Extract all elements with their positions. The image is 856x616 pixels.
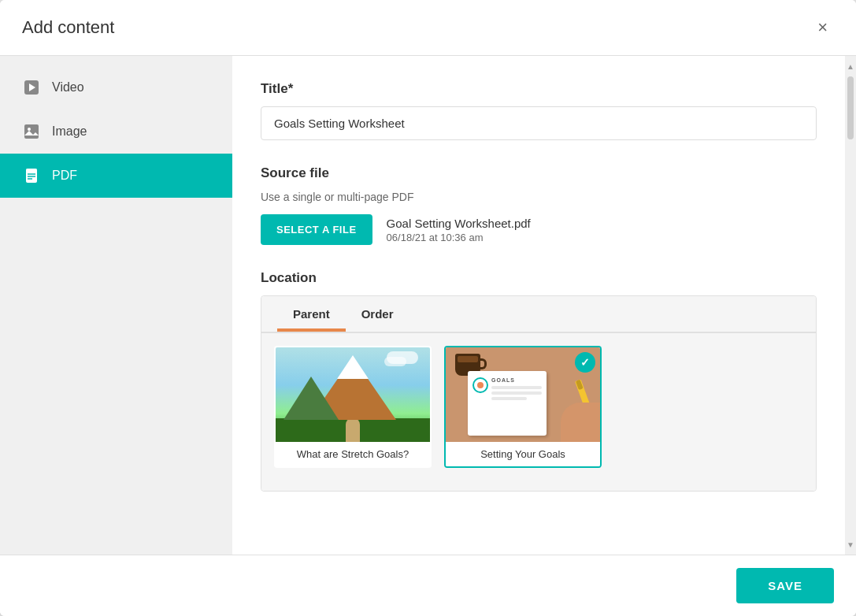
title-input[interactable]: [261, 106, 817, 140]
svg-point-3: [28, 128, 31, 131]
source-section: Source file Use a single or multi-page P…: [261, 165, 817, 245]
location-content: What are Stretch Goals? ✓: [261, 333, 816, 491]
scroll-track: ▲ ▼: [845, 56, 856, 555]
location-label: Location: [261, 270, 817, 286]
goals-thumbnail-bg: ✓: [446, 347, 600, 442]
modal-title: Add content: [22, 17, 114, 38]
modal-header: Add content ×: [0, 0, 856, 56]
file-date: 06/18/21 at 10:36 am: [387, 232, 531, 243]
sidebar-item-image[interactable]: Image: [0, 109, 232, 154]
modal-footer: SAVE: [0, 555, 856, 616]
file-info: Goal Setting Worksheet.pdf 06/18/21 at 1…: [387, 217, 531, 243]
svg-rect-6: [26, 169, 37, 172]
sidebar-item-pdf[interactable]: PDF: [0, 154, 232, 198]
title-section: Title*: [261, 81, 817, 140]
title-label: Title*: [261, 81, 817, 97]
location-tabs: Parent Order: [261, 296, 816, 333]
tab-parent[interactable]: Parent: [277, 296, 346, 332]
selected-checkmark: ✓: [575, 352, 595, 373]
sidebar-pdf-label: PDF: [52, 169, 77, 183]
card-setting-goals[interactable]: ✓: [444, 346, 602, 468]
hand: [561, 403, 600, 442]
card-goals-thumbnail: ✓: [446, 347, 600, 442]
sidebar-item-video[interactable]: Video: [0, 65, 232, 109]
cards-row: What are Stretch Goals? ✓: [274, 346, 803, 468]
card-stretch-goals[interactable]: What are Stretch Goals?: [274, 346, 432, 468]
file-row: SELECT A FILE Goal Setting Worksheet.pdf…: [261, 214, 817, 245]
tab-order[interactable]: Order: [346, 296, 409, 332]
location-section: Location Parent Order: [261, 270, 817, 492]
play-icon: [22, 78, 41, 97]
svg-rect-2: [24, 124, 39, 139]
stretch-thumbnail-bg: [276, 347, 430, 442]
sidebar-video-label: Video: [52, 80, 84, 95]
select-file-button[interactable]: SELECT A FILE: [261, 214, 372, 245]
modal-body: Video Image: [0, 56, 856, 555]
scroll-up-arrow[interactable]: ▲: [845, 59, 856, 73]
save-button[interactable]: SAVE: [736, 568, 834, 603]
card-stretch-label: What are Stretch Goals?: [276, 442, 430, 466]
sidebar: Video Image: [0, 56, 232, 555]
sidebar-image-label: Image: [52, 124, 87, 139]
pdf-icon: [22, 166, 41, 185]
close-button[interactable]: ×: [811, 16, 834, 39]
scroll-area[interactable]: Title* Source file Use a single or multi…: [232, 56, 845, 555]
card-goals-label: Setting Your Goals: [446, 442, 600, 466]
goals-paper: GOALS: [468, 371, 547, 436]
scroll-thumb[interactable]: [847, 76, 854, 139]
scroll-down-arrow[interactable]: ▼: [845, 537, 856, 551]
card-stretch-thumbnail: [276, 347, 430, 442]
add-content-modal: Add content × Video: [0, 0, 856, 616]
source-label: Source file: [261, 165, 817, 181]
file-name: Goal Setting Worksheet.pdf: [387, 217, 531, 230]
image-icon: [22, 122, 41, 141]
source-hint: Use a single or multi-page PDF: [261, 191, 817, 203]
main-content: Title* Source file Use a single or multi…: [232, 56, 856, 555]
